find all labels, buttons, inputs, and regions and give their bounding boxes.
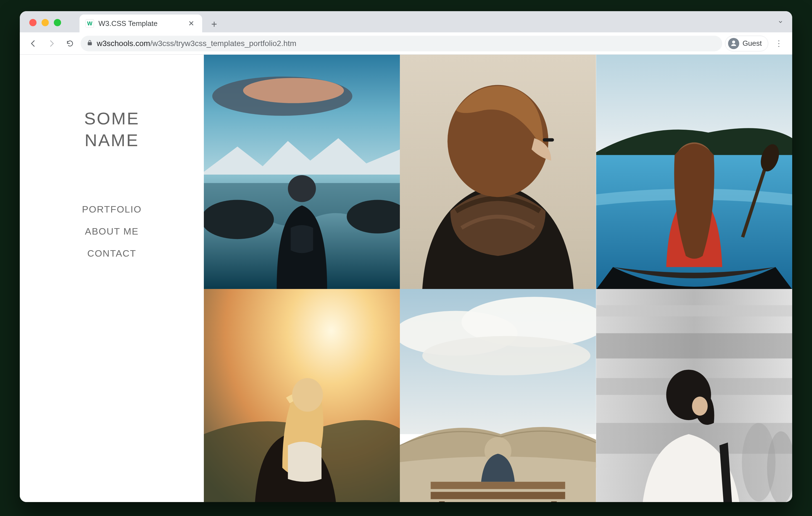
gallery-item-1[interactable] xyxy=(204,55,400,289)
back-button[interactable] xyxy=(25,36,41,51)
svg-point-34 xyxy=(692,397,707,415)
lock-icon xyxy=(87,39,93,48)
nav-contact[interactable]: CONTACT xyxy=(87,248,136,259)
gallery-item-6[interactable] xyxy=(596,289,792,502)
browser-window: W W3.CSS Template ✕ + xyxy=(20,11,792,502)
page-content: SOME NAME PORTFOLIO ABOUT ME CONTACT xyxy=(20,55,792,502)
gallery-item-4[interactable] xyxy=(204,289,400,502)
gallery-item-2[interactable] xyxy=(400,55,596,289)
favicon-icon: W xyxy=(86,19,94,28)
url-path: /w3css/tryw3css_templates_portfolio2.htm xyxy=(150,39,296,48)
svg-point-6 xyxy=(288,175,316,202)
avatar-icon xyxy=(728,38,739,49)
close-window-button[interactable] xyxy=(29,19,36,26)
nav-portfolio[interactable]: PORTFOLIO xyxy=(82,204,142,215)
svg-rect-9 xyxy=(543,138,554,141)
address-bar[interactable]: w3schools.com/w3css/tryw3css_templates_p… xyxy=(81,36,722,51)
minimize-window-button[interactable] xyxy=(41,19,49,26)
nav-about[interactable]: ABOUT ME xyxy=(85,226,139,237)
svg-rect-21 xyxy=(431,482,565,489)
gallery-item-3[interactable] xyxy=(596,55,792,289)
browser-toolbar: w3schools.com/w3css/tryw3css_templates_p… xyxy=(20,32,792,55)
new-tab-button[interactable]: + xyxy=(208,18,221,31)
tab-title: W3.CSS Template xyxy=(98,19,157,28)
svg-point-20 xyxy=(423,336,590,375)
site-title: SOME NAME xyxy=(84,108,140,151)
tab-strip: W W3.CSS Template ✕ + xyxy=(20,11,792,32)
profile-button[interactable]: Guest xyxy=(725,36,768,51)
svg-rect-30 xyxy=(596,305,792,316)
browser-tab[interactable]: W W3.CSS Template ✕ xyxy=(80,15,202,32)
svg-rect-24 xyxy=(551,501,557,502)
svg-point-4 xyxy=(204,200,274,239)
maximize-window-button[interactable] xyxy=(54,19,61,26)
sidebar-nav: PORTFOLIO ABOUT ME CONTACT xyxy=(82,204,142,259)
gallery-grid xyxy=(204,55,792,502)
svg-point-2 xyxy=(243,78,344,103)
window-controls xyxy=(29,19,61,26)
menu-button[interactable]: ⋮ xyxy=(771,36,787,51)
forward-button[interactable] xyxy=(44,36,59,51)
profile-label: Guest xyxy=(743,39,762,48)
url-text: w3schools.com/w3css/tryw3css_templates_p… xyxy=(97,39,296,48)
reload-button[interactable] xyxy=(62,36,78,51)
url-domain: w3schools.com xyxy=(97,39,150,48)
close-tab-button[interactable]: ✕ xyxy=(186,18,196,29)
sidebar: SOME NAME PORTFOLIO ABOUT ME CONTACT xyxy=(20,55,204,502)
svg-point-16 xyxy=(292,378,323,412)
gallery-item-5[interactable] xyxy=(400,289,596,502)
svg-rect-22 xyxy=(431,492,565,499)
svg-rect-27 xyxy=(596,333,792,359)
svg-rect-23 xyxy=(439,501,445,502)
tabs-dropdown-button[interactable] xyxy=(777,19,784,27)
